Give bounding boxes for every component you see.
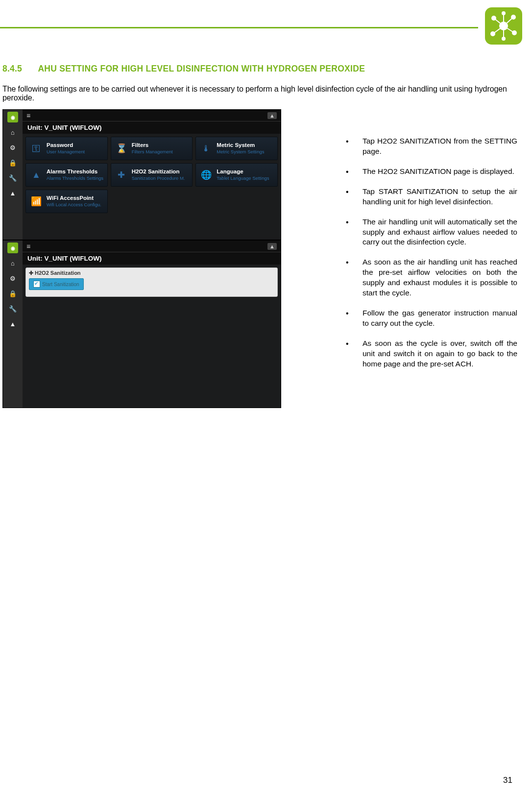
tile-subtitle: Tablet Language Settings xyxy=(217,176,274,181)
tile-subtitle: Filters Management xyxy=(132,149,190,154)
alarm-icon: ▲ xyxy=(26,164,47,186)
screenshot-topbar: ≡ ▲ xyxy=(23,241,281,252)
tile-metric-system: 🌡 Metric System Metric System Settings xyxy=(195,137,278,160)
list-item: Follow the gas generator instruction man… xyxy=(343,308,517,329)
start-sanitization-button: Start Sanitization xyxy=(29,278,84,290)
screenshot-topbar: ≡ ▲ xyxy=(23,110,281,121)
tile-filters: ⌛ Filters Filters Management xyxy=(111,137,193,160)
settings-screenshot: ◉ ⌂ ⚙ 🔒 🔧 ▲ ≡ ▲ Unit: V_UNIT (WIFLOW) xyxy=(2,109,281,240)
screenshot-sidebar: ◉ ⌂ ⚙ 🔒 🔧 ▲ xyxy=(3,241,23,408)
app-logo-icon: ◉ xyxy=(7,242,18,253)
brand-logo-icon xyxy=(485,7,522,45)
home-icon: ⌂ xyxy=(7,127,18,138)
medkit-icon: ✚ xyxy=(111,164,132,186)
panel-title: ✚ H2O2 Sanitization xyxy=(29,270,274,276)
tile-subtitle: Sanitization Procedure M. xyxy=(132,176,190,181)
list-item: As soon as the cycle is over, switch off… xyxy=(343,339,517,369)
settings-tiles-grid: ⚿ Password User Management ⌛ Filters Fil… xyxy=(23,134,281,216)
thermometer-icon: 🌡 xyxy=(196,137,217,160)
screenshot-sidebar: ◉ ⌂ ⚙ 🔒 🔧 ▲ xyxy=(3,110,23,240)
unit-header: Unit: V_UNIT (WIFLOW) xyxy=(23,252,281,265)
key-icon: ⚿ xyxy=(26,137,47,160)
tile-subtitle: Metric System Settings xyxy=(217,149,274,154)
tile-alarms-thresholds: ▲ Alarms Thresholds Alarms Thresholds Se… xyxy=(25,163,108,187)
warning-icon: ▲ xyxy=(7,318,18,329)
tile-title: Language xyxy=(217,169,274,175)
intro-paragraph: The following settings are to be carried… xyxy=(2,85,517,102)
medkit-icon: ✚ xyxy=(29,270,35,276)
unit-label: Unit: V_UNIT (WIFLOW) xyxy=(27,255,101,262)
gears-icon: ⚙ xyxy=(7,273,18,284)
tile-wifi-accesspoint: 📶 WiFi AccessPoint Wifi Local Access Con… xyxy=(25,190,108,213)
tile-language: 🌐 Language Tablet Language Settings xyxy=(195,163,278,187)
tile-title: Metric System xyxy=(217,142,274,148)
list-item: As soon as the air handling unit has rea… xyxy=(343,257,517,298)
warning-icon: ▲ xyxy=(7,188,18,198)
list-item: Tap START SANITIZATION to setup the air … xyxy=(343,187,517,207)
menu-icon: ≡ xyxy=(26,242,30,250)
tile-title: H2O2 Sanitization xyxy=(132,169,190,175)
sanitization-panel: ✚ H2O2 Sanitization Start Sanitization xyxy=(25,267,278,297)
svg-line-8 xyxy=(504,17,513,26)
unit-header: Unit: V_UNIT (WIFLOW) xyxy=(23,121,281,134)
tile-password: ⚿ Password User Management xyxy=(25,137,108,160)
hourglass-icon: ⌛ xyxy=(111,137,132,160)
wifi-icon: 📶 xyxy=(26,190,47,213)
list-item: The H2O2 SANITIZATION page is displayed. xyxy=(343,167,517,177)
app-logo-icon: ◉ xyxy=(7,112,18,122)
button-label: Start Sanitization xyxy=(42,282,79,287)
list-item: The air handling unit will automatically… xyxy=(343,217,517,248)
wrench-icon: 🔧 xyxy=(7,303,18,314)
tile-subtitle: User Management xyxy=(47,149,104,154)
notification-icon: ▲ xyxy=(267,243,277,250)
lock-icon: 🔒 xyxy=(7,288,18,299)
section-number: 8.4.5 xyxy=(2,64,22,74)
section-title: AHU SETTING FOR HIGH LEVEL DISINFECTION … xyxy=(38,64,365,73)
section-heading: 8.4.5 AHU SETTING FOR HIGH LEVEL DISINFE… xyxy=(2,64,517,74)
instruction-list: Tap H2O2 SANITIZATION from the SETTING p… xyxy=(343,109,517,408)
tile-title: Alarms Thresholds xyxy=(47,169,104,175)
tile-title: Filters xyxy=(132,142,190,148)
wrench-icon: 🔧 xyxy=(7,172,18,183)
header-rule xyxy=(0,27,478,28)
tile-title: WiFi AccessPoint xyxy=(47,195,104,201)
home-icon: ⌂ xyxy=(7,258,18,268)
tile-subtitle: Alarms Thresholds Settings xyxy=(47,176,104,181)
checkbox-icon xyxy=(33,281,40,288)
menu-icon: ≡ xyxy=(26,112,30,120)
unit-label: Unit: V_UNIT (WIFLOW) xyxy=(27,124,101,131)
lock-icon: 🔒 xyxy=(7,157,18,168)
page-number: 31 xyxy=(503,775,512,785)
globe-icon: 🌐 xyxy=(196,164,217,186)
list-item: Tap H2O2 SANITIZATION from the SETTING p… xyxy=(343,136,517,157)
notification-icon: ▲ xyxy=(267,112,277,119)
sanitization-screenshot: ◉ ⌂ ⚙ 🔒 🔧 ▲ ≡ ▲ Unit: V_UNIT (WIFLOW) xyxy=(2,240,281,408)
tile-h2o2-sanitization: ✚ H2O2 Sanitization Sanitization Procedu… xyxy=(111,163,193,187)
tile-title: Password xyxy=(47,142,104,148)
tile-subtitle: Wifi Local Access Configu. xyxy=(47,202,104,207)
gears-icon: ⚙ xyxy=(7,142,18,153)
